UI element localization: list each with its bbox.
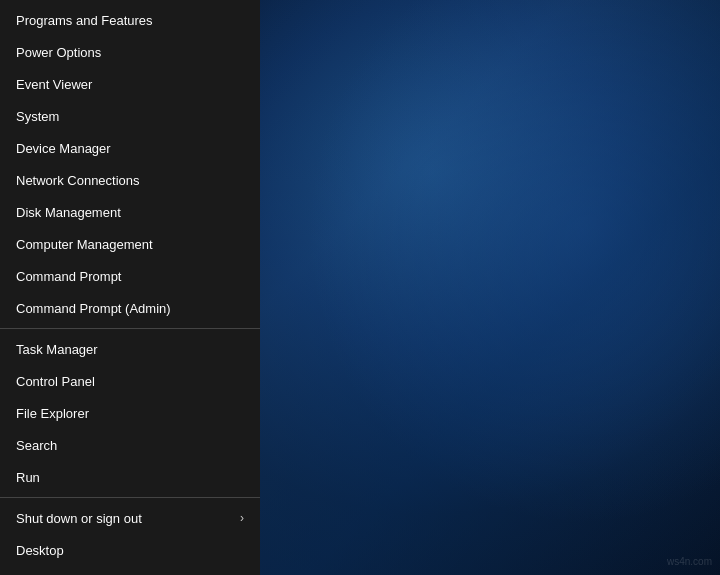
menu-item-run[interactable]: Run bbox=[0, 461, 260, 493]
menu-item-device-manager[interactable]: Device Manager bbox=[0, 132, 260, 164]
menu-separator bbox=[0, 497, 260, 498]
menu-item-label-command-prompt-admin: Command Prompt (Admin) bbox=[16, 301, 244, 316]
menu-item-label-command-prompt: Command Prompt bbox=[16, 269, 244, 284]
menu-item-disk-management[interactable]: Disk Management bbox=[0, 196, 260, 228]
menu-item-label-search: Search bbox=[16, 438, 244, 453]
menu-separator bbox=[0, 328, 260, 329]
menu-item-system[interactable]: System bbox=[0, 100, 260, 132]
menu-item-label-computer-management: Computer Management bbox=[16, 237, 244, 252]
menu-item-network-connections[interactable]: Network Connections bbox=[0, 164, 260, 196]
menu-item-label-run: Run bbox=[16, 470, 244, 485]
context-menu: Programs and FeaturesPower OptionsEvent … bbox=[0, 0, 260, 575]
menu-item-label-system: System bbox=[16, 109, 244, 124]
menu-item-label-task-manager: Task Manager bbox=[16, 342, 244, 357]
menu-item-command-prompt[interactable]: Command Prompt bbox=[0, 260, 260, 292]
menu-item-file-explorer[interactable]: File Explorer bbox=[0, 397, 260, 429]
menu-item-label-programs-and-features: Programs and Features bbox=[16, 13, 244, 28]
menu-item-label-event-viewer: Event Viewer bbox=[16, 77, 244, 92]
menu-item-label-control-panel: Control Panel bbox=[16, 374, 244, 389]
menu-item-desktop[interactable]: Desktop bbox=[0, 534, 260, 566]
menu-item-shut-down-or-sign-out[interactable]: Shut down or sign out› bbox=[0, 502, 260, 534]
menu-item-power-options[interactable]: Power Options bbox=[0, 36, 260, 68]
menu-item-label-file-explorer: File Explorer bbox=[16, 406, 244, 421]
menu-item-computer-management[interactable]: Computer Management bbox=[0, 228, 260, 260]
menu-item-command-prompt-admin[interactable]: Command Prompt (Admin) bbox=[0, 292, 260, 324]
menu-item-label-network-connections: Network Connections bbox=[16, 173, 244, 188]
menu-item-label-shut-down-or-sign-out: Shut down or sign out bbox=[16, 511, 240, 526]
menu-item-search[interactable]: Search bbox=[0, 429, 260, 461]
chevron-right-icon: › bbox=[240, 511, 244, 525]
menu-item-control-panel[interactable]: Control Panel bbox=[0, 365, 260, 397]
menu-item-label-disk-management: Disk Management bbox=[16, 205, 244, 220]
menu-item-label-device-manager: Device Manager bbox=[16, 141, 244, 156]
watermark: ws4n.com bbox=[667, 556, 712, 567]
menu-item-task-manager[interactable]: Task Manager bbox=[0, 333, 260, 365]
menu-item-programs-and-features[interactable]: Programs and Features bbox=[0, 4, 260, 36]
menu-item-label-power-options: Power Options bbox=[16, 45, 244, 60]
menu-item-label-desktop: Desktop bbox=[16, 543, 244, 558]
menu-item-event-viewer[interactable]: Event Viewer bbox=[0, 68, 260, 100]
